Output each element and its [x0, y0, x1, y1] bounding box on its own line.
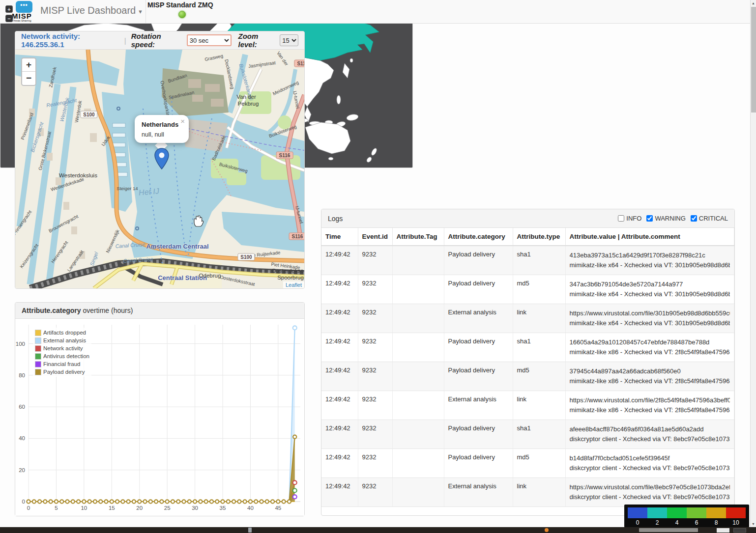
svg-text:100: 100	[16, 341, 25, 347]
world-zoom-control: + −	[5, 5, 13, 24]
popup-close-icon[interactable]: ×	[180, 117, 185, 125]
log-cell: link	[513, 391, 565, 420]
legend-item: External analysis	[35, 337, 89, 344]
log-row: 12:49:429232Payload deliverymd537945c44a…	[321, 362, 734, 391]
chevron-down-icon: ▾	[139, 8, 142, 15]
filter-info-checkbox[interactable]	[618, 215, 624, 222]
taskbar-window-preview[interactable]	[639, 528, 698, 532]
zmq-status-block: MISP Standard ZMQ	[147, 0, 226, 24]
log-value-cell: 16605a4a29a101208457c47ebfde788487be788d…	[565, 333, 734, 362]
log-row: 12:49:429232External analysislinkhttps:/…	[321, 391, 734, 420]
svg-text:45: 45	[275, 505, 281, 511]
filter-warning[interactable]: WARNING	[646, 215, 685, 222]
chart-legend: Artifacts droppedExternal analysisNetwor…	[33, 328, 91, 377]
log-value-cell: afeee8b4acff87bc469a6f0364a81ae5d60a2add…	[565, 420, 734, 449]
navbar: ••• MISP Threat Sharing MISP Live Dashbo…	[0, 0, 756, 24]
leaflet-attribution-link[interactable]: Leaflet	[283, 281, 304, 288]
misp-logo-bubble-icon: •••	[16, 1, 32, 13]
log-cell	[392, 275, 444, 304]
log-cell: Payload delivery	[444, 420, 513, 449]
log-value-cell: https://www.virustotal.com/file/2f8c54f9…	[565, 391, 734, 420]
log-cell: link	[513, 478, 565, 507]
log-cell: md5	[513, 362, 565, 391]
logs-filters: INFOWARNINGCRITICAL	[613, 215, 728, 222]
log-cell: 12:49:42	[321, 449, 358, 478]
log-value-cell: https://www.virustotal.com/file/301b905e…	[565, 304, 734, 333]
taskbar-item-dark[interactable]	[733, 528, 746, 533]
svg-text:35: 35	[220, 505, 226, 511]
log-cell	[392, 478, 444, 507]
log-cell: 12:49:42	[321, 362, 358, 391]
dashboard-dropdown[interactable]: MISP Live Dashboard▾	[40, 5, 142, 16]
log-cell	[392, 362, 444, 391]
log-cell: 9232	[358, 362, 392, 391]
log-cell: 9232	[358, 246, 392, 275]
column-header: Attribute.category	[444, 228, 513, 246]
log-cell: sha1	[513, 246, 565, 275]
map-zoom-control: + −	[21, 57, 36, 86]
svg-text:60: 60	[19, 404, 25, 410]
zmq-status-light	[178, 11, 186, 18]
svg-text:15: 15	[109, 505, 115, 511]
filter-critical-checkbox[interactable]	[691, 215, 697, 222]
os-taskbar[interactable]	[0, 527, 756, 533]
svg-text:40: 40	[19, 435, 25, 441]
scrollbar-thumb[interactable]	[751, 7, 756, 112]
log-value-cell: https://www.virustotal.com/file/8ebc97e0…	[565, 478, 734, 507]
log-value-cell: 413eba3973a15c1a6429d9f170f3e8287f98c21c…	[565, 246, 734, 275]
logs-table-header-row: TimeEvent.idAttribute.TagAttribute.categ…	[321, 228, 734, 246]
log-cell: External analysis	[444, 391, 513, 420]
log-cell	[392, 304, 444, 333]
log-cell: 12:49:42	[321, 391, 358, 420]
log-cell: 9232	[358, 449, 392, 478]
road-badge: S116	[276, 152, 293, 159]
column-header: Attribute.type	[513, 228, 565, 246]
popup-title: Netherlands	[142, 121, 183, 128]
log-cell: 12:49:42	[321, 304, 358, 333]
svg-text:30: 30	[192, 505, 198, 511]
svg-text:40: 40	[247, 505, 254, 511]
attribute-category-chart-panel: Attribute.category overtime (hours) 0204…	[15, 302, 305, 516]
filter-warning-checkbox[interactable]	[646, 215, 653, 222]
map-zoom-in-button[interactable]: +	[22, 58, 35, 72]
taskbar-orange-icon[interactable]	[545, 528, 549, 532]
log-value-cell: 37945c44a897aa42a66adcab68f560e0mimikatz…	[565, 362, 734, 391]
page-scrollbar[interactable]: ▲ ▼	[750, 0, 756, 527]
filter-critical[interactable]: CRITICAL	[691, 215, 728, 222]
svg-text:5: 5	[55, 505, 58, 511]
log-cell: External analysis	[444, 478, 513, 507]
chart-title-rest: overtime (hours)	[81, 307, 133, 314]
svg-text:10: 10	[81, 505, 87, 511]
log-cell: Payload delivery	[444, 275, 513, 304]
scrollbar-up-icon[interactable]: ▲	[751, 0, 756, 6]
road-badge: S100	[237, 253, 255, 261]
map-marker-icon[interactable]	[154, 148, 170, 169]
zmq-title: MISP Standard ZMQ	[147, 0, 226, 9]
chart-title-bold: Attribute.category	[22, 307, 81, 314]
column-header: Event.id	[358, 228, 392, 246]
svg-text:0: 0	[22, 499, 25, 505]
rotation-speed-select[interactable]: 30 sec	[187, 34, 232, 46]
column-header: Attribute.Tag	[392, 228, 444, 246]
log-row: 12:49:429232Payload deliverysha1afeee8b4…	[321, 420, 734, 449]
log-cell: link	[513, 304, 565, 333]
leaflet-map[interactable]: + − × Netherlands null, null Leaflet Het…	[15, 50, 304, 288]
log-cell: Payload delivery	[444, 362, 513, 391]
log-cell: Payload delivery	[444, 449, 513, 478]
svg-text:20: 20	[19, 467, 25, 473]
log-cell: sha1	[513, 333, 565, 362]
taskbar-item-light[interactable]	[717, 528, 729, 533]
log-cell: 9232	[358, 478, 392, 507]
scrollbar-down-icon[interactable]: ▼	[751, 521, 756, 527]
filter-info[interactable]: INFO	[618, 215, 641, 222]
world-zoom-in-button[interactable]: +	[5, 5, 13, 13]
log-row: 12:49:429232Payload deliverysha116605a4a…	[321, 333, 734, 362]
world-zoom-out-button[interactable]: −	[5, 15, 13, 22]
log-cell: Payload delivery	[444, 246, 513, 275]
log-row: 12:49:429232Payload deliverymd5347ac3b6b…	[321, 275, 734, 304]
map-zoom-out-button[interactable]: −	[22, 72, 35, 85]
zoom-level-select[interactable]: 15	[280, 34, 298, 46]
log-cell: 9232	[358, 420, 392, 449]
log-cell: 12:49:42	[321, 275, 358, 304]
taskbar-icon[interactable]	[248, 528, 252, 533]
